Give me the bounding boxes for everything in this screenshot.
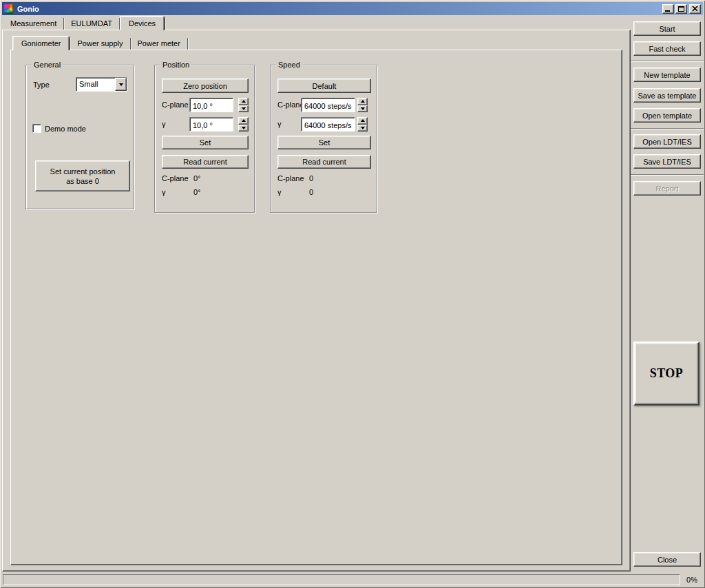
set-base-button-line1: Set current position [50, 167, 116, 176]
chevron-down-icon [119, 83, 123, 86]
type-combobox[interactable]: Small [76, 77, 127, 92]
type-label: Type [33, 81, 50, 89]
tab-power-supply[interactable]: Power supply [70, 38, 129, 50]
spin-up-button[interactable] [357, 117, 368, 125]
position-cplane-label: C-plane [162, 101, 189, 109]
spin-up-button[interactable] [238, 98, 249, 105]
tab-eulumdat[interactable]: EULUMDAT [64, 18, 119, 30]
tab-divider [165, 18, 165, 30]
down-arrow-icon [242, 107, 246, 110]
speed-current-gamma-row: γ 0 [277, 188, 371, 196]
default-speed-button[interactable]: Default [277, 78, 371, 93]
up-arrow-icon [361, 119, 365, 122]
down-arrow-icon [361, 127, 365, 129]
open-ldt-ies-button[interactable]: Open LDT/IES [633, 134, 701, 149]
sidebar-separator [628, 128, 704, 129]
current-gamma-value: 0° [193, 188, 201, 196]
save-ldt-ies-button[interactable]: Save LDT/IES [633, 154, 701, 169]
sidebar-separator [628, 174, 704, 176]
position-gamma-label: γ [162, 120, 166, 128]
spin-down-button[interactable] [357, 105, 368, 113]
position-cplane-spinner [238, 98, 249, 112]
set-base-button[interactable]: Set current position as base 0 [35, 160, 130, 191]
tab-goniometer[interactable]: Goniometer [12, 36, 70, 50]
speed-cplane-label: C-plane [277, 101, 304, 109]
report-button[interactable]: Report [633, 181, 701, 196]
maximize-icon [678, 6, 684, 12]
up-arrow-icon [242, 119, 246, 122]
close-button[interactable]: Close [633, 552, 701, 567]
speed-cplane-input[interactable] [301, 98, 355, 112]
tab-divider [187, 38, 188, 50]
type-combobox-value: Small [76, 78, 115, 91]
fast-check-button[interactable]: Fast check [633, 41, 701, 56]
speed-cplane-spinner [357, 98, 368, 112]
general-groupbox: General Type Small Demo mode Set current… [25, 65, 134, 209]
position-set-button[interactable]: Set [162, 136, 249, 149]
window-title: Gonio [17, 5, 661, 13]
speed-gamma-spinner [357, 117, 368, 132]
minimize-icon [665, 10, 670, 12]
gonio-window: { "colors": { "window_face": "#d4d0c8", … [0, 0, 705, 588]
minimize-button[interactable] [662, 4, 674, 14]
open-template-button[interactable]: Open template [633, 108, 701, 123]
spin-up-button[interactable] [238, 117, 249, 125]
spin-down-button[interactable] [357, 125, 368, 132]
spin-up-button[interactable] [357, 98, 368, 105]
device-tabstrip: Goniometer Power supply Power meter [12, 36, 188, 50]
sidebar-separator [628, 61, 704, 62]
position-groupbox: Position Zero position C-plane γ Set Rea… [154, 65, 255, 213]
speed-gamma-label: γ [277, 120, 282, 128]
position-legend: Position [160, 61, 191, 70]
current-gamma-label: γ [277, 188, 282, 196]
speed-current-cplane-row: C-plane 0 [277, 174, 371, 182]
position-gamma-input[interactable] [189, 117, 233, 132]
combo-dropdown-button[interactable] [115, 78, 127, 91]
tab-devices[interactable]: Devices [120, 16, 165, 30]
start-button[interactable]: Start [633, 21, 701, 36]
speed-legend: Speed [276, 61, 302, 70]
save-as-template-button[interactable]: Save as template [633, 88, 701, 103]
current-gamma-value: 0 [309, 188, 313, 196]
general-legend: General [32, 61, 63, 70]
app-icon [4, 4, 14, 14]
zero-position-button[interactable]: Zero position [162, 78, 249, 93]
current-cplane-label: C-plane [162, 174, 189, 182]
close-window-button[interactable] [689, 4, 701, 14]
titlebar: Gonio [2, 2, 703, 15]
down-arrow-icon [242, 127, 246, 129]
spin-down-button[interactable] [238, 105, 249, 113]
demo-mode-label: Demo mode [45, 125, 86, 133]
speed-gamma-input[interactable] [301, 117, 355, 132]
progress-percent-label: 0% [682, 576, 702, 584]
set-base-button-line2: as base 0 [66, 176, 99, 186]
spin-down-button[interactable] [238, 125, 249, 132]
demo-mode-checkbox[interactable] [32, 124, 41, 133]
current-gamma-label: γ [162, 188, 166, 196]
current-cplane-value: 0 [309, 174, 313, 182]
current-cplane-label: C-plane [277, 174, 304, 182]
tab-power-meter[interactable]: Power meter [131, 38, 187, 50]
stop-button[interactable]: STOP [633, 342, 699, 406]
devices-tab-panel: Goniometer Power supply Power meter Gene… [2, 30, 631, 571]
position-current-cplane-row: C-plane 0° [162, 174, 249, 182]
position-gamma-spinner [238, 117, 249, 132]
position-current-gamma-row: γ 0° [162, 188, 249, 196]
speed-read-current-button[interactable]: Read current [277, 155, 371, 169]
goniometer-tab-panel: General Type Small Demo mode Set current… [10, 50, 622, 565]
up-arrow-icon [361, 100, 365, 103]
position-cplane-input[interactable] [189, 98, 233, 112]
main-tabstrip: Measurement EULUMDAT Devices [3, 16, 165, 30]
position-read-current-button[interactable]: Read current [162, 155, 249, 169]
current-cplane-value: 0° [193, 174, 201, 182]
speed-set-button[interactable]: Set [277, 136, 371, 149]
tab-measurement[interactable]: Measurement [3, 18, 63, 30]
new-template-button[interactable]: New template [633, 67, 701, 82]
speed-groupbox: Speed Default C-plane γ Set Read current… [270, 65, 377, 213]
close-icon [692, 6, 698, 12]
progress-bar [3, 574, 680, 585]
maximize-button[interactable] [675, 4, 687, 14]
down-arrow-icon [361, 107, 365, 110]
up-arrow-icon [242, 100, 246, 103]
